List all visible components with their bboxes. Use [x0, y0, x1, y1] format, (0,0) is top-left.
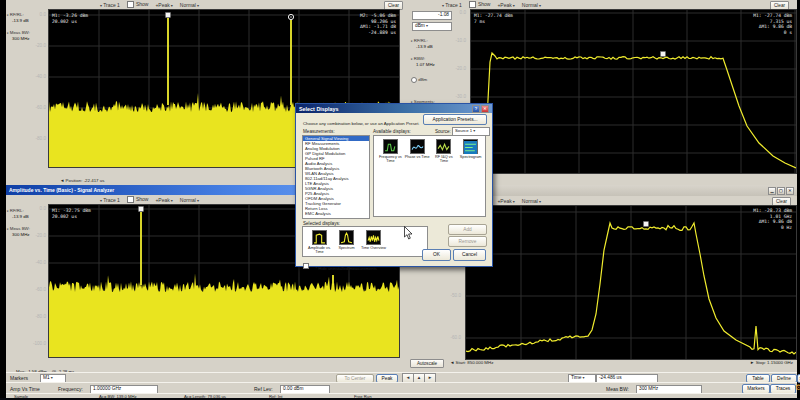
sidebar-readout[interactable]: RF/RL:-13.9 dB — [411, 38, 433, 49]
display-icon-item[interactable]: Spectrogram — [457, 139, 484, 163]
application-presets-button[interactable]: Application Presets... — [423, 114, 487, 125]
display-icon-caption: Time Overview — [360, 246, 387, 254]
trace-selector[interactable]: Trace 1 — [100, 2, 120, 8]
display-icon-item[interactable]: Spectrum — [333, 230, 360, 254]
y-tick-label: -60.0 — [36, 287, 46, 292]
display-icon-caption: Amplitude vs. Time — [306, 246, 333, 254]
detector-selector[interactable]: +Peak — [497, 198, 514, 204]
amplitude-vs-time-icon[interactable] — [312, 230, 327, 245]
trace-mode-selector[interactable]: Normal — [180, 197, 199, 203]
available-displays-box: Frequency vs TimePhase vs TimeRF I&Q vs … — [373, 135, 486, 217]
y-tick-label: -30.0 — [456, 94, 466, 99]
dialog-description: Choose any combination below, or use an … — [303, 121, 420, 126]
time-overview-icon[interactable] — [366, 230, 381, 245]
spectrum-icon[interactable] — [339, 230, 354, 245]
measurements-label: Measurements: — [303, 129, 335, 134]
show-toggle[interactable]: Show — [127, 1, 149, 8]
maximize-icon[interactable]: ▢ — [777, 187, 785, 195]
marker-readout: M1: -3.26 dBm20.002 us — [52, 13, 88, 24]
cancel-button[interactable]: Cancel — [453, 249, 486, 261]
y-tick-label: 0.0 — [40, 12, 46, 17]
display-icon-caption: Phase vs Time — [404, 155, 431, 163]
show-toggle[interactable]: Show — [127, 196, 149, 203]
trace-mode-selector[interactable]: Normal — [180, 2, 199, 8]
display-icon-caption: Frequency vs Time — [377, 155, 404, 163]
rf-iq-vs-time-icon[interactable] — [436, 139, 451, 154]
y-tick-label: -20.0 — [456, 66, 466, 71]
display-icon-item[interactable]: Frequency vs Time — [377, 139, 404, 163]
detector-selector[interactable]: +Peak — [155, 2, 172, 8]
checkbox-icon[interactable] — [303, 263, 309, 269]
display-icon-caption: RF I&Q vs Time — [431, 155, 458, 163]
select-displays-dialog: Select Displays ? ✕ Choose any combinati… — [295, 103, 493, 267]
close-icon[interactable]: ✕ — [481, 105, 489, 113]
display-icon-caption: Spectrum — [333, 246, 360, 254]
display-icon-item[interactable]: Amplitude vs. Time — [306, 230, 333, 254]
signal-analyzer-screen: Trace 1 Show +Peak Normal Clear RF/RL:-1… — [0, 0, 800, 400]
panel-header: Trace 1 Show +Peak Normal — [100, 195, 199, 204]
marker-readout: M1: -27.74 dBm7 ms — [474, 13, 513, 24]
detector-selector[interactable]: +Peak — [155, 197, 172, 203]
ok-button[interactable]: OK — [422, 249, 451, 261]
y-axis-labels: 0.0-20.0-40.0-60.0-80.0-100.0 — [28, 204, 46, 356]
y-tick-label: -100.0 — [33, 341, 46, 346]
marker-readout: M1: -28.73 dBm1.01 GHzΔM1: 9.86 dB0 Hz — [700, 208, 792, 230]
ref-level-label: Ref Lev: — [254, 386, 273, 392]
available-displays-label: Available displays: — [373, 129, 411, 134]
meas-bw-label: Meas BW: — [606, 386, 629, 392]
autoscale-button[interactable]: Autoscale — [410, 359, 444, 368]
show-checkbox[interactable] — [127, 1, 134, 8]
y-tick-label: -80.0 — [36, 314, 46, 319]
y-tick-label: -60.0 — [36, 105, 46, 110]
trace-mode-selector[interactable]: Normal — [522, 198, 541, 204]
measurement-item[interactable]: EMC Analysis — [303, 211, 369, 216]
freq-vs-time-icon[interactable] — [383, 139, 398, 154]
y-tick-label: 0.0 — [40, 206, 46, 211]
display-icon-item[interactable]: RF I&Q vs Time — [431, 139, 458, 163]
dialog-title: Select Displays — [299, 106, 339, 112]
radio-icon[interactable] — [411, 77, 417, 83]
y-tick-label: -20.0 — [36, 233, 46, 238]
minimize-icon[interactable]: ▁ — [768, 187, 776, 195]
add-button[interactable]: Add — [448, 224, 487, 235]
trace-selector[interactable]: Trace 1 — [442, 2, 462, 8]
y-tick-label: -10.0 — [456, 38, 466, 43]
show-toggle[interactable]: Show — [469, 1, 491, 8]
y-tick-label: -80.0 — [36, 136, 46, 141]
remove-button[interactable]: Remove — [448, 236, 487, 247]
display-icon-item[interactable]: Time Overview — [360, 230, 387, 254]
window-title: Amplitude vs. Time (Basic) - Signal Anal… — [9, 187, 114, 193]
dialog-titlebar[interactable]: Select Displays ? ✕ — [296, 104, 492, 113]
frequency-label: Frequency: — [58, 386, 83, 392]
y-tick-label: -40.0 — [36, 74, 46, 79]
y-tick-label: -60.0 — [451, 335, 461, 340]
spectrogram-icon[interactable] — [463, 139, 478, 154]
help-icon[interactable]: ? — [472, 105, 480, 113]
show-checkbox[interactable] — [469, 1, 476, 8]
dbm-radio[interactable]: dBm — [411, 77, 427, 83]
phase-vs-time-icon[interactable] — [410, 139, 425, 154]
detector-selector[interactable]: +Peak — [497, 2, 514, 8]
marker-readout: M1: -27.74 dBm7.315 usΔM1: 9.86 dB0 s — [700, 13, 792, 35]
measurements-listbox[interactable]: General Signal ViewingRF MeasurementsAna… — [302, 135, 370, 219]
markers-label: Markers — [10, 375, 28, 381]
show-checkbox[interactable] — [127, 196, 134, 203]
panel-header: Trace 1 Show +Peak Normal — [442, 0, 541, 9]
mouse-cursor — [404, 226, 413, 240]
active-display-label: Amp Vs Time — [10, 386, 40, 392]
position-readout[interactable]: ◄ Position: -22.417 us — [60, 178, 121, 184]
panel-header: Trace 1 Show +Peak Normal — [100, 0, 199, 9]
sidebar-readout[interactable]: RBW:1.07 MHz — [411, 56, 435, 67]
display-icon-item[interactable]: Phase vs Time — [404, 139, 431, 163]
y-axis-labels: 0.0-20.0-40.0-60.0-80.0 — [28, 9, 46, 166]
marker-readout: M2: -5.06 dBm98.206 usΔM1: -1.71 dB-24.8… — [300, 13, 396, 35]
y-tick-label: -40.0 — [36, 260, 46, 265]
source-label: Source: — [435, 129, 451, 134]
display-icon-caption: Spectrogram — [457, 155, 484, 163]
close-icon[interactable]: ✕ — [786, 187, 794, 195]
y-tick-label: 0.0 — [460, 10, 466, 15]
trace-selector[interactable]: Trace 1 — [100, 197, 120, 203]
trace-mode-selector[interactable]: Normal — [522, 2, 541, 8]
footnote-checkbox[interactable]: * Hide uninstalled measurements — [303, 256, 377, 274]
settings-gear-icon[interactable]: ⚙ — [795, 384, 800, 392]
